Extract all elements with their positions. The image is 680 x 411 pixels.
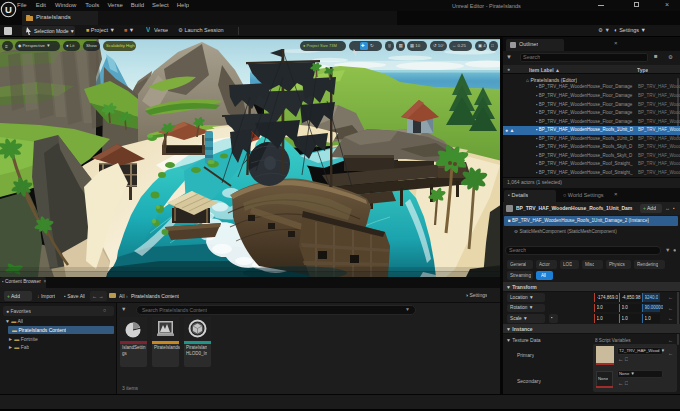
svg-text:U: U — [5, 4, 12, 15]
